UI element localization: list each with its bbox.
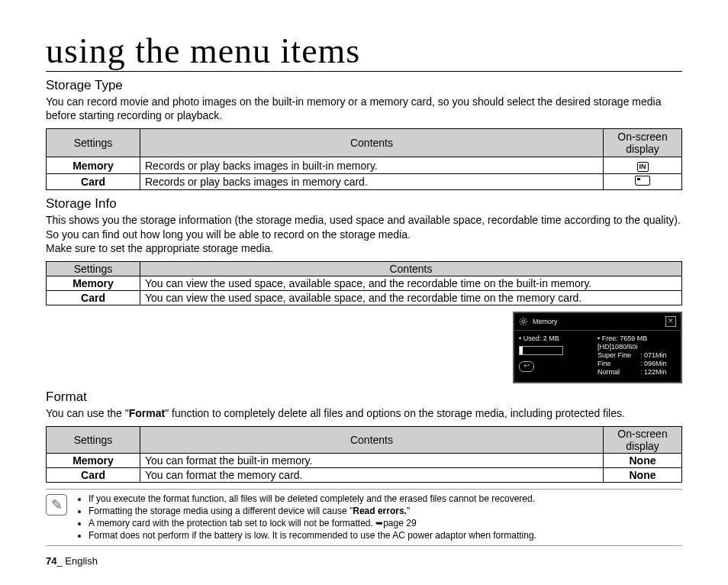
intro-storage-info: This shows you the storage information (…: [46, 213, 682, 255]
heading-storage-type: Storage Type: [46, 78, 682, 93]
heading-format: Format: [46, 389, 682, 405]
th-settings: Settings: [47, 427, 140, 454]
page-number: 74: [46, 555, 56, 567]
note-icon: ✎: [46, 494, 67, 516]
table-row: Card You can view the used space, availa…: [47, 290, 682, 305]
th-contents: Contents: [140, 261, 682, 276]
table-storage-info: Settings Contents Memory You can view th…: [46, 261, 682, 305]
cell-content: You can view the used space, available s…: [140, 290, 682, 305]
cell-content: You can view the used space, available s…: [140, 276, 682, 290]
table-row: Card You can format the memory card. Non…: [47, 468, 682, 483]
table-row: Memory You can format the built-in memor…: [47, 454, 682, 468]
cell-content: You can format the built-in memory.: [140, 454, 604, 468]
heading-storage-info: Storage Info: [46, 196, 682, 212]
note-list: If you execute the format function, all …: [75, 493, 536, 542]
close-icon: ✕: [665, 316, 676, 327]
osd-used: • Used: 2 MB: [519, 335, 598, 342]
svg-line-7: [520, 323, 522, 325]
osd-free: • Free: 7659 MB: [598, 335, 676, 342]
cell-display: IN: [604, 157, 682, 174]
th-settings: Settings: [47, 129, 140, 157]
table-row: Memory Records or play backs images in b…: [47, 157, 682, 174]
svg-line-5: [520, 318, 522, 320]
cell-display: None: [604, 468, 682, 483]
cell-setting: Card: [47, 468, 140, 483]
osd-line-k: Fine: [598, 360, 640, 367]
cell-content: Records or play backs images in built-in…: [140, 157, 604, 174]
svg-line-8: [526, 318, 527, 320]
th-display: On-screen display: [604, 129, 682, 157]
osd-line-v: : 096Min: [640, 360, 667, 367]
table-row: Card Records or play backs images in mem…: [47, 174, 682, 190]
table-format: Settings Contents On-screen display Memo…: [46, 426, 682, 483]
gear-icon: [519, 317, 528, 326]
note-item: Format does not perform if the battery i…: [89, 530, 536, 541]
text-bold: Format: [129, 407, 165, 419]
text: Formatting the storage media using a dif…: [89, 506, 353, 516]
osd-line-v: : 071Min: [640, 351, 667, 359]
osd-line-k: Super Fine: [598, 351, 640, 359]
osd-preview: Memory ✕ • Used: 2 MB • Free: 7659 MB ↩ …: [513, 312, 682, 383]
memory-card-icon: [635, 176, 650, 186]
text: You can use the ": [46, 407, 129, 419]
back-icon: ↩: [519, 361, 534, 372]
table-row: Memory You can view the used space, avai…: [47, 276, 682, 290]
note-item: Formatting the storage media using a dif…: [89, 506, 536, 517]
intro-format: You can use the "Format" function to com…: [46, 406, 682, 420]
cell-content: You can format the memory card.: [140, 468, 604, 483]
th-contents: Contents: [140, 427, 604, 454]
text: " function to completely delete all file…: [165, 407, 625, 419]
cell-setting: Memory: [47, 157, 140, 174]
memory-in-icon: IN: [637, 162, 649, 172]
intro-storage-type: You can record movie and photo images on…: [46, 95, 682, 122]
cell-display: None: [604, 454, 682, 468]
cell-setting: Memory: [47, 454, 140, 468]
cell-setting: Card: [47, 174, 140, 190]
footer-sep: _: [56, 555, 65, 567]
th-settings: Settings: [47, 261, 140, 276]
svg-point-0: [522, 320, 525, 323]
th-contents: Contents: [140, 129, 604, 157]
cell-setting: Card: [47, 290, 140, 305]
osd-title: Memory: [533, 318, 558, 325]
text-bold: Read errors.: [353, 506, 407, 516]
footer-lang: English: [65, 555, 98, 567]
osd-usage-bar: [519, 346, 563, 355]
osd-line-v: : 122Min: [640, 368, 667, 376]
table-storage-type: Settings Contents On-screen display Memo…: [46, 128, 682, 190]
cell-setting: Memory: [47, 276, 140, 290]
svg-line-6: [526, 323, 527, 325]
text: ": [407, 506, 410, 516]
th-display: On-screen display: [604, 427, 682, 454]
note-item: If you execute the format function, all …: [89, 493, 536, 505]
note-item: A memory card with the protection tab se…: [89, 518, 536, 529]
cell-content: Records or play backs images in memory c…: [140, 174, 604, 190]
page-title: using the menu items: [46, 31, 682, 72]
osd-mode: [HD]1080/60i: [598, 343, 676, 351]
page-footer: 74_ English: [46, 555, 682, 567]
cell-display: [604, 174, 682, 190]
osd-line-k: Normal: [598, 368, 640, 376]
note-box: ✎ If you execute the format function, al…: [46, 489, 682, 546]
